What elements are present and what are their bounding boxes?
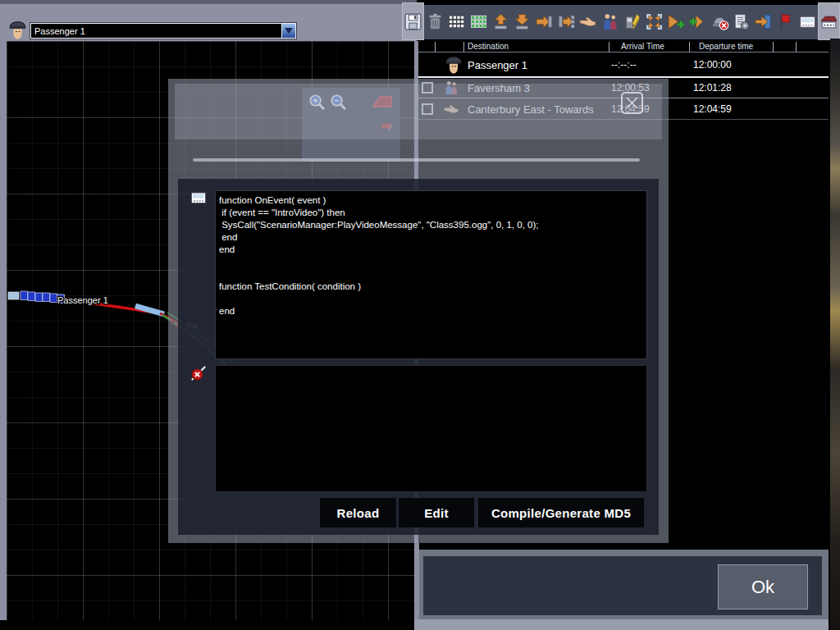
column-separator — [609, 42, 609, 52]
script-monitor-icon — [189, 189, 208, 207]
column-departure-time: Departure time — [699, 42, 753, 51]
platform-icon[interactable] — [818, 2, 840, 40]
main-toolbar — [402, 2, 840, 40]
dialog-header-box — [175, 84, 662, 139]
column-separator — [463, 42, 464, 52]
save-icon[interactable] — [402, 2, 424, 40]
row-dep: 12:04:59 — [693, 103, 732, 115]
monitor-icon[interactable] — [797, 2, 819, 40]
world-view-edge — [830, 39, 840, 630]
flag-icon[interactable] — [774, 2, 797, 40]
row-dep: 12:00:00 — [693, 59, 732, 71]
column-separator — [689, 42, 690, 52]
top-bar-shadow — [0, 0, 417, 4]
center-view-icon[interactable] — [643, 2, 665, 40]
driver-dropdown-value: Passenger 1 — [31, 26, 281, 36]
script-source-view: function OnEvent( event ) if (event == "… — [215, 190, 647, 359]
compile-error-icon — [189, 364, 208, 382]
select-hand-icon[interactable] — [578, 2, 600, 40]
delete-icon[interactable] — [424, 2, 446, 40]
dialog-divider — [193, 158, 640, 162]
insert-back-icon[interactable] — [555, 2, 578, 40]
row-dep: 12:01:28 — [693, 82, 732, 94]
script-source-text: function OnEvent( event ) if (event == "… — [216, 191, 646, 317]
chevron-down-icon[interactable] — [281, 24, 295, 38]
edit-button[interactable]: Edit — [399, 498, 474, 527]
column-separator — [435, 42, 436, 52]
timetable-row[interactable]: Passenger 1--:--:--12:00:00 — [418, 52, 829, 76]
window-left-edge — [0, 0, 7, 620]
script-doc-icon[interactable] — [731, 2, 753, 40]
timetable-header: Destination Arrival Time Departure time — [418, 41, 829, 52]
add-junction-icon[interactable] — [687, 2, 709, 40]
grid-white-icon[interactable] — [445, 2, 468, 40]
passengers-icon[interactable] — [599, 2, 621, 40]
add-service-icon[interactable] — [664, 2, 687, 40]
refuel-icon[interactable] — [621, 2, 643, 40]
row-dest: Passenger 1 — [468, 58, 527, 71]
unload-icon[interactable] — [512, 2, 534, 40]
train-label: Passenger 1 — [57, 295, 108, 305]
reload-button[interactable]: Reload — [320, 498, 396, 527]
bottom-panel: Ok — [415, 550, 829, 619]
script-panel: function OnEvent( event ) if (event == "… — [178, 179, 659, 535]
exit-door-icon[interactable] — [752, 2, 774, 40]
grid-green-icon[interactable] — [468, 2, 490, 40]
ok-button[interactable]: Ok — [718, 564, 808, 609]
remove-service-icon[interactable] — [709, 2, 731, 40]
column-separator — [796, 42, 797, 52]
load-icon[interactable] — [490, 2, 512, 40]
column-separator — [773, 42, 774, 52]
row-arr: --:--:-- — [611, 59, 637, 71]
close-icon[interactable] — [621, 92, 643, 114]
script-editor-dialog: function OnEvent( event ) if (event == "… — [168, 79, 669, 543]
driver-icon — [443, 54, 464, 75]
insert-front-icon[interactable] — [533, 2, 555, 40]
compile-generate-md5-button[interactable]: Compile/Generate MD5 — [478, 498, 644, 527]
compiler-output-view — [215, 365, 647, 492]
player-train-marker — [8, 291, 65, 304]
row-separator-bright — [418, 76, 829, 78]
driver-dropdown[interactable]: Passenger 1 — [31, 24, 295, 38]
bottom-strip — [414, 619, 829, 630]
scenario-editor-screen: Passenger 1 Passenger 1 Pla — [0, 0, 840, 630]
column-arrival-time: Arrival Time — [621, 42, 664, 51]
driver-avatar-icon — [7, 19, 29, 41]
column-destination: Destination — [468, 42, 509, 51]
